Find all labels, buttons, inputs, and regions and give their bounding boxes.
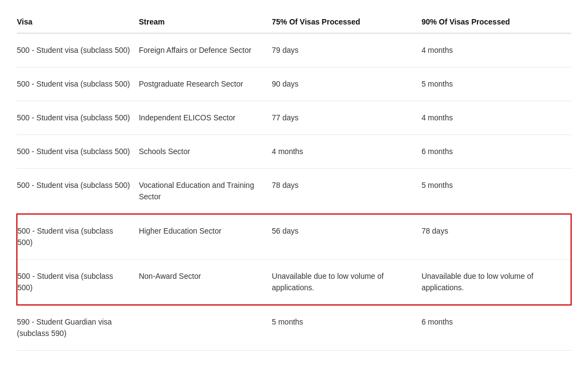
cell-stream — [139, 305, 272, 351]
cell-visa: 590 - Student Guardian visa (subclass 59… — [17, 305, 139, 351]
cell-stream: Foreign Affairs or Defence Sector — [139, 33, 272, 68]
cell-pct75: Unavailable due to low volume of applica… — [272, 260, 421, 305]
cell-visa: 500 - Student visa (subclass 500) — [17, 101, 139, 135]
cell-pct90: 4 months — [421, 101, 571, 135]
cell-visa: 500 - Student visa (subclass 500) — [17, 33, 139, 68]
cell-visa: 500 - Student visa (subclass 500) — [17, 135, 139, 169]
cell-pct90: 5 months — [421, 68, 571, 101]
cell-pct75: 79 days — [272, 33, 421, 68]
header-pct90: 90% Of Visas Processed — [421, 11, 571, 33]
cell-pct75: 77 days — [272, 101, 421, 135]
cell-visa: 500 - Student visa (subclass 500) — [17, 68, 139, 101]
cell-pct75: 4 months — [272, 135, 421, 169]
table-row: 500 - Student visa (subclass 500)Schools… — [17, 135, 571, 169]
cell-pct75: 78 days — [272, 169, 421, 215]
table-row: 500 - Student visa (subclass 500)Postgra… — [17, 68, 571, 101]
table-header-row: Visa Stream 75% Of Visas Processed 90% O… — [17, 11, 571, 33]
cell-pct90: 4 months — [421, 33, 571, 68]
cell-pct90: 6 months — [421, 135, 571, 169]
table-row: 500 - Student visa (subclass 500)Higher … — [17, 214, 571, 260]
cell-visa: 500 - Student visa (subclass 500) — [17, 260, 139, 305]
visa-processing-table: Visa Stream 75% Of Visas Processed 90% O… — [16, 11, 572, 351]
cell-stream: Higher Education Sector — [139, 214, 272, 260]
cell-pct75: 90 days — [272, 68, 421, 101]
header-visa: Visa — [17, 11, 139, 33]
table-row: 590 - Student Guardian visa (subclass 59… — [17, 305, 571, 351]
header-stream: Stream — [139, 11, 272, 33]
cell-stream: Schools Sector — [139, 135, 272, 169]
header-pct75: 75% Of Visas Processed — [272, 11, 421, 33]
cell-stream: Vocational Education and Training Sector — [139, 169, 272, 215]
cell-visa: 500 - Student visa (subclass 500) — [17, 214, 139, 260]
table-row: 500 - Student visa (subclass 500)Indepen… — [17, 101, 571, 135]
cell-pct75: 5 months — [272, 305, 421, 351]
table-row: 500 - Student visa (subclass 500)Vocatio… — [17, 169, 571, 215]
cell-stream: Non-Award Sector — [139, 260, 272, 305]
cell-pct90: 78 days — [421, 214, 571, 260]
cell-visa: 500 - Student visa (subclass 500) — [17, 169, 139, 215]
table-row: 500 - Student visa (subclass 500)Foreign… — [17, 33, 571, 68]
cell-pct90: 5 months — [421, 169, 571, 215]
table-row: 500 - Student visa (subclass 500)Non-Awa… — [17, 260, 571, 305]
cell-pct90: Unavailable due to low volume of applica… — [421, 260, 571, 305]
cell-stream: Postgraduate Research Sector — [139, 68, 272, 101]
cell-pct90: 6 months — [421, 305, 571, 351]
cell-pct75: 56 days — [272, 214, 421, 260]
cell-stream: Independent ELICOS Sector — [139, 101, 272, 135]
